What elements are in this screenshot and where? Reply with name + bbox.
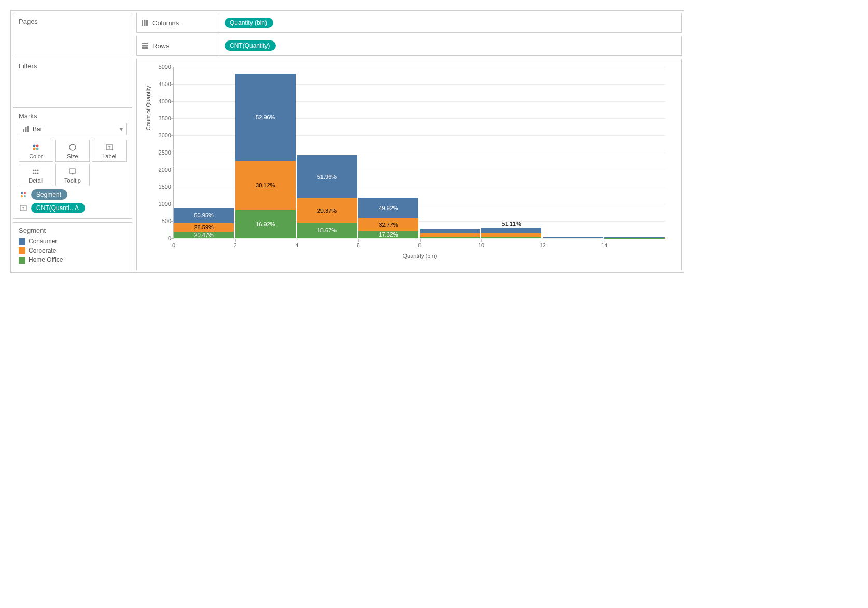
y-tick: 2500 (150, 149, 171, 156)
columns-label: Columns (152, 19, 179, 27)
y-tick: 1500 (150, 184, 171, 190)
bar-label: 20.47% (194, 232, 213, 238)
x-tick: 4 (295, 242, 298, 248)
legend-swatch (19, 247, 25, 254)
svg-point-11 (35, 170, 37, 171)
svg-rect-27 (142, 45, 148, 47)
columns-pill[interactable]: Quantity (bin) (225, 18, 273, 28)
bar-segment[interactable] (481, 233, 541, 237)
bar-segment[interactable] (604, 237, 664, 238)
bar-label: 28.59% (194, 224, 213, 230)
x-tick: 14 (601, 242, 607, 248)
filters-title: Filters (19, 62, 127, 70)
y-tick: 5000 (150, 64, 171, 70)
label-button[interactable]: T Label (92, 140, 127, 162)
legend-label: Consumer (29, 238, 57, 245)
x-tick: 2 (234, 242, 237, 248)
legend-item[interactable]: Consumer (19, 238, 127, 245)
y-tick: 0 (150, 235, 171, 241)
rows-shelf[interactable]: Rows CNT(Quantity) (136, 36, 682, 56)
legend-item[interactable]: Home Office (19, 256, 127, 264)
size-icon (68, 143, 77, 151)
detail-icon (32, 168, 40, 176)
svg-rect-23 (142, 20, 143, 26)
left-panel: Pages Filters Marks Bar ▾ (13, 13, 132, 270)
svg-point-7 (69, 144, 76, 150)
svg-text:T: T (22, 206, 25, 210)
svg-text:T: T (108, 145, 110, 150)
tooltip-button[interactable]: Tooltip (55, 164, 90, 186)
x-axis-label: Quantity (bin) (402, 253, 437, 259)
legend-label: Home Office (29, 256, 63, 264)
svg-point-20 (24, 195, 26, 197)
svg-point-10 (33, 170, 35, 171)
bar-label: 49.92% (379, 205, 398, 211)
x-tick: 8 (418, 242, 421, 248)
y-tick: 4000 (150, 98, 171, 104)
svg-point-15 (37, 173, 39, 174)
bar-label: 29.37% (317, 208, 337, 214)
label-icon: T (105, 143, 114, 151)
pages-shelf[interactable]: Pages (13, 13, 132, 54)
svg-rect-28 (142, 47, 148, 49)
y-axis-label: Count of Quantity (145, 86, 151, 131)
bar-segment[interactable] (543, 238, 603, 238)
svg-point-18 (24, 192, 26, 194)
svg-point-17 (21, 192, 23, 194)
bar-segment[interactable] (420, 229, 480, 234)
plot-area: Count of Quantity Quantity (bin) 0500100… (173, 67, 666, 239)
bar-segment[interactable] (604, 238, 664, 238)
bar-icon (22, 126, 30, 133)
bar-group[interactable]: 17.32%32.77%49.92% (358, 198, 418, 238)
svg-rect-26 (142, 43, 148, 44)
bar-segment[interactable] (543, 238, 603, 238)
bar-label: 18.67% (317, 227, 337, 233)
bar-segment[interactable] (420, 233, 480, 237)
bar-group[interactable]: 16.92%30.12%52.96% (235, 74, 296, 238)
columns-shelf[interactable]: Columns Quantity (bin) (136, 13, 682, 33)
bar-label: 52.96% (256, 114, 275, 120)
marks-card: Marks Bar ▾ Color (13, 107, 132, 219)
chevron-down-icon: ▾ (120, 126, 123, 133)
y-tick: 4500 (150, 81, 171, 87)
rows-label: Rows (152, 42, 170, 50)
bar-segment[interactable] (420, 237, 480, 238)
label-icon: T (19, 204, 28, 212)
color-button[interactable]: Color (19, 140, 53, 162)
bar-group[interactable] (604, 237, 664, 238)
y-tick: 3000 (150, 132, 171, 139)
svg-point-13 (33, 173, 35, 174)
legend-swatch (19, 257, 25, 264)
marks-pill-segment[interactable]: Segment (19, 189, 127, 200)
bar-group[interactable] (543, 237, 603, 238)
bar-segment[interactable] (481, 228, 541, 233)
color-icon (32, 143, 40, 151)
bar-label: 17.32% (379, 231, 398, 238)
svg-point-5 (33, 148, 36, 150)
svg-point-3 (33, 145, 36, 147)
legend-card: Segment ConsumerCorporateHome Office (13, 222, 132, 270)
bar-segment[interactable] (543, 237, 603, 237)
rows-pill[interactable]: CNT(Quantity) (225, 40, 276, 51)
size-button[interactable]: Size (55, 140, 90, 162)
right-panel: Columns Quantity (bin) Rows CNT(Quantity… (136, 13, 682, 270)
x-tick: 12 (540, 242, 546, 248)
y-tick: 2000 (150, 167, 171, 173)
mark-type-select[interactable]: Bar ▾ (19, 123, 127, 135)
bar-group[interactable]: 20.47%28.59%50.95% (174, 208, 234, 238)
pages-title: Pages (19, 18, 127, 25)
columns-icon (141, 19, 148, 26)
marks-title: Marks (19, 112, 127, 120)
detail-button[interactable]: Detail (19, 164, 53, 186)
bar-segment[interactable] (481, 237, 541, 238)
bar-group[interactable]: 18.67%29.37%51.96% (297, 155, 357, 238)
filters-shelf[interactable]: Filters (13, 58, 132, 104)
bar-label: 51.96% (317, 174, 337, 180)
legend-item[interactable]: Corporate (19, 247, 127, 254)
marks-pill-cnt[interactable]: T CNT(Quanti.. Δ (19, 203, 127, 213)
bar-group[interactable]: 51.11% (481, 228, 541, 238)
bar-group[interactable] (420, 229, 480, 238)
svg-rect-0 (23, 129, 24, 132)
svg-point-12 (37, 170, 39, 171)
svg-rect-25 (146, 20, 148, 26)
